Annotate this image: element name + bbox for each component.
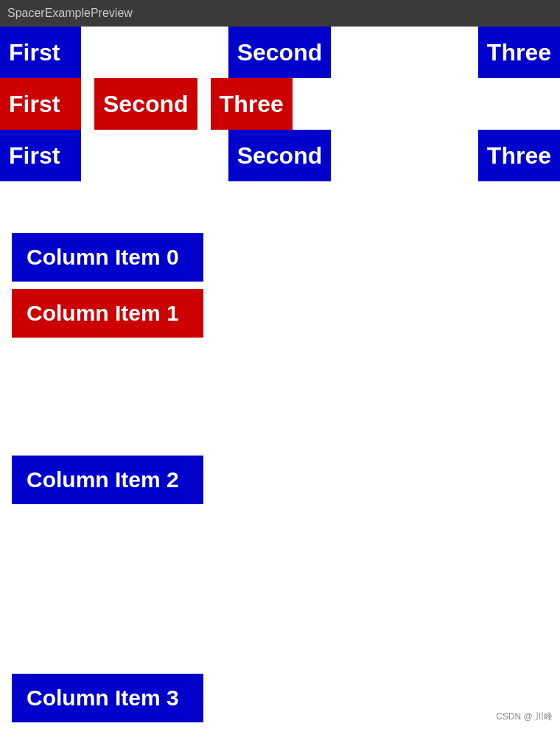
column-item-3: Column Item 3 bbox=[12, 674, 203, 722]
row2-second-label: Second bbox=[94, 78, 197, 130]
col-spacer-after-0 bbox=[12, 282, 203, 289]
row3-second-label: Second bbox=[228, 130, 332, 181]
row2-spacer bbox=[293, 78, 479, 130]
column-item-0: Column Item 0 bbox=[12, 233, 203, 282]
app-title: SpacerExamplePreview bbox=[7, 7, 133, 20]
main-content: First Second Three First Second Three Fi… bbox=[0, 27, 560, 729]
row3-three-label: Three bbox=[478, 130, 560, 181]
column-section: Column Item 0 Column Item 1 Column Item … bbox=[12, 233, 203, 722]
row2-rightbox bbox=[479, 78, 560, 130]
row1-first-label: First bbox=[0, 27, 81, 78]
row1-three-label: Three bbox=[478, 27, 560, 78]
col-spacer-after-1 bbox=[12, 338, 203, 456]
column-item-1: Column Item 1 bbox=[12, 289, 203, 338]
row2: First Second Three bbox=[0, 78, 560, 130]
row2-first-label: First bbox=[0, 78, 81, 130]
row3-first-label: First bbox=[0, 130, 81, 181]
row1: First Second Three bbox=[0, 27, 560, 78]
row2-three-label: Three bbox=[211, 78, 293, 130]
row3-spacer2 bbox=[331, 130, 478, 181]
row1-spacer2 bbox=[331, 27, 478, 78]
row1-spacer1 bbox=[81, 27, 228, 78]
col-spacer-after-2 bbox=[12, 504, 203, 674]
watermark: CSDN @ 川峰 bbox=[496, 711, 553, 723]
row1-second-label: Second bbox=[228, 27, 332, 78]
row3-spacer1 bbox=[81, 130, 228, 181]
row3: First Second Three bbox=[0, 130, 560, 181]
column-item-2: Column Item 2 bbox=[12, 456, 203, 504]
title-bar: SpacerExamplePreview bbox=[0, 0, 560, 27]
